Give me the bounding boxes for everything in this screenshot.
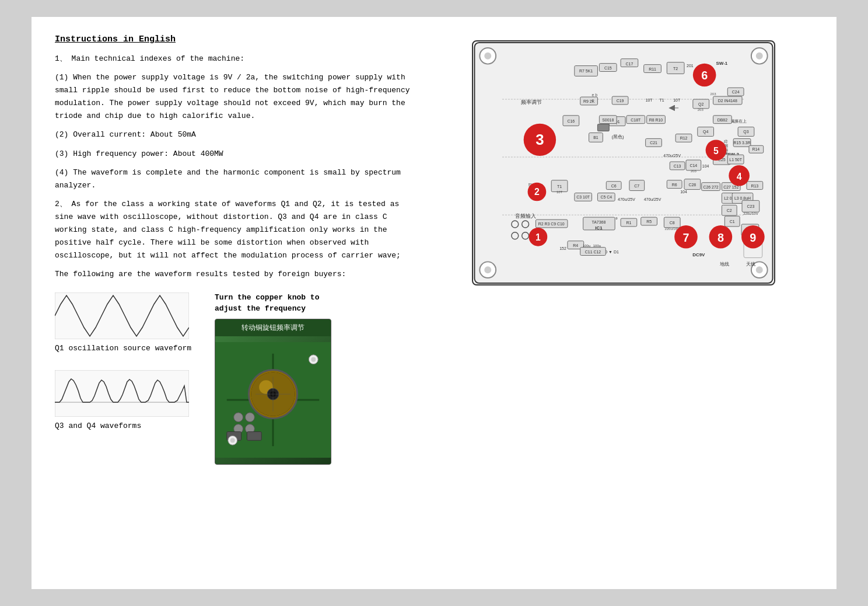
- svg-text:C5 C4: C5 C4: [600, 195, 612, 199]
- section-5: (4) The waveform is complete and the har…: [55, 166, 416, 192]
- svg-point-32: [756, 266, 763, 273]
- svg-text:C21: C21: [650, 141, 657, 145]
- svg-text:8: 8: [718, 231, 724, 244]
- svg-text:T2: T2: [673, 67, 678, 71]
- svg-text:10T: 10T: [673, 98, 681, 102]
- svg-text:C16: C16: [568, 119, 575, 123]
- svg-text:L3 0.8uH: L3 0.8uH: [734, 196, 751, 200]
- svg-point-6: [234, 413, 243, 422]
- section-2: (1) When the power supply voltage is 9V …: [55, 71, 416, 123]
- knob-photo-label-cn: 转动铜旋钮频率调节: [215, 319, 331, 336]
- svg-text:Q2: Q2: [698, 102, 704, 107]
- svg-text:C19: C19: [617, 99, 624, 103]
- svg-text:R1: R1: [626, 221, 631, 225]
- svg-rect-0: [55, 292, 189, 339]
- svg-text:10T: 10T: [646, 98, 653, 102]
- svg-text:C13: C13: [674, 164, 681, 168]
- svg-text:L1 50T: L1 50T: [729, 158, 742, 162]
- svg-point-21: [311, 357, 316, 362]
- waveform-section: Q1 oscillation source waveform Q3 and Q: [55, 292, 416, 464]
- svg-text:地线: 地线: [719, 262, 729, 267]
- right-panel: R7 5K1 C15 C17 R11 T2 201 SW-1 频率调节: [434, 34, 813, 572]
- q1-label: Q1 oscillation source waveform: [55, 344, 191, 353]
- waveform-right: Turn the copper knob to adjust the frequ…: [215, 292, 331, 464]
- svg-text:R11: R11: [649, 67, 656, 71]
- section-7: The following are the waveform results t…: [55, 268, 416, 281]
- svg-text:220u/10V: 220u/10V: [743, 212, 758, 215]
- svg-text:C14: C14: [690, 163, 697, 168]
- svg-text:2: 2: [534, 187, 540, 197]
- svg-text:(黑色): (黑色): [611, 134, 624, 140]
- svg-text:C2: C2: [727, 208, 732, 213]
- q3-waveform-svg: [55, 370, 189, 417]
- svg-text:R15 3.3R: R15 3.3R: [733, 141, 750, 145]
- svg-text:470u/25V: 470u/25V: [663, 154, 681, 158]
- svg-text:1: 1: [536, 232, 541, 242]
- svg-text:203: 203: [691, 169, 697, 173]
- svg-text:e b: e b: [592, 93, 598, 97]
- svg-text:SW-1: SW-1: [716, 61, 728, 66]
- section-1: 1、 Main technical indexes of the machine…: [55, 53, 416, 65]
- svg-text:T1: T1: [659, 98, 664, 102]
- svg-text:C7: C7: [634, 184, 639, 188]
- svg-text:C1: C1: [730, 220, 735, 224]
- svg-text:C6: C6: [611, 184, 617, 188]
- svg-text:152: 152: [559, 246, 566, 250]
- left-panel: Instructions in English 1、 Main technica…: [55, 34, 416, 572]
- svg-text:203: 203: [698, 108, 704, 112]
- svg-text:6: 6: [701, 69, 708, 82]
- svg-text:Q4: Q4: [703, 130, 708, 134]
- svg-text:470u/25V: 470u/25V: [644, 197, 662, 201]
- svg-point-23: [230, 438, 235, 443]
- section-4: (3) High frequency power: About 400MW: [55, 148, 416, 161]
- svg-text:C23: C23: [747, 204, 755, 208]
- svg-point-8: [246, 413, 255, 422]
- section-3: (2) Overall current: About 50mA: [55, 128, 416, 141]
- svg-text:100u: 100u: [593, 244, 601, 248]
- svg-text:104: 104: [680, 190, 687, 194]
- svg-text:203: 203: [710, 92, 717, 96]
- svg-text:201: 201: [687, 64, 694, 68]
- svg-text:104: 104: [702, 164, 709, 168]
- svg-text:C18T: C18T: [631, 118, 641, 122]
- svg-text:C11 C12: C11 C12: [585, 250, 601, 254]
- q1-waveform-item: Q1 oscillation source waveform: [55, 292, 191, 353]
- svg-text:C24: C24: [732, 90, 740, 94]
- knob-photo-body: [215, 336, 331, 464]
- svg-text:DB82: DB82: [718, 118, 727, 122]
- svg-text:R4: R4: [573, 243, 578, 248]
- section-6: 2、 As for the class a working state of w…: [55, 198, 416, 262]
- svg-text:4: 4: [737, 172, 742, 182]
- page-container: Instructions in English 1、 Main technica…: [32, 17, 836, 589]
- svg-text:天线: 天线: [746, 262, 755, 267]
- svg-point-30: [484, 266, 491, 273]
- svg-text:c: c: [592, 98, 594, 102]
- svg-text:R5: R5: [646, 220, 652, 224]
- svg-text:C26 272: C26 272: [703, 185, 718, 189]
- svg-text:频率调节: 频率调节: [521, 99, 542, 105]
- svg-text:10T: 10T: [556, 190, 563, 194]
- page-title: Instructions in English: [55, 34, 416, 44]
- svg-text:T1: T1: [557, 184, 562, 189]
- svg-text:R6: R6: [672, 183, 677, 187]
- svg-text:R13: R13: [751, 184, 758, 188]
- q3-label: Q3 and Q4 waveforms: [55, 422, 141, 430]
- svg-text:R14: R14: [752, 147, 760, 151]
- svg-text:R7 5K1: R7 5K1: [579, 69, 593, 73]
- svg-text:3: 3: [536, 131, 544, 148]
- svg-text:C8: C8: [670, 221, 675, 225]
- svg-text:C3 10T: C3 10T: [576, 195, 590, 199]
- svg-text:470u/25V: 470u/25V: [618, 197, 635, 201]
- svg-rect-194: [597, 124, 609, 131]
- svg-point-26: [484, 53, 491, 60]
- svg-text:音频输入: 音频输入: [515, 213, 536, 219]
- svg-text:Q3: Q3: [743, 130, 748, 134]
- q1-waveform-svg: [55, 292, 189, 339]
- circuit-board: R7 5K1 C15 C17 R11 T2 201 SW-1 频率调节: [472, 40, 775, 285]
- knob-caption-en: Turn the copper knob to adjust the frequ…: [215, 292, 331, 314]
- svg-text:IC1: IC1: [595, 225, 603, 231]
- svg-text:D2 IN4148: D2 IN4148: [718, 99, 737, 103]
- knob-photo: 转动铜旋钮频率调节: [215, 319, 331, 465]
- waveform-left: Q1 oscillation source waveform Q3 and Q: [55, 292, 191, 430]
- svg-text:5: 5: [713, 146, 719, 156]
